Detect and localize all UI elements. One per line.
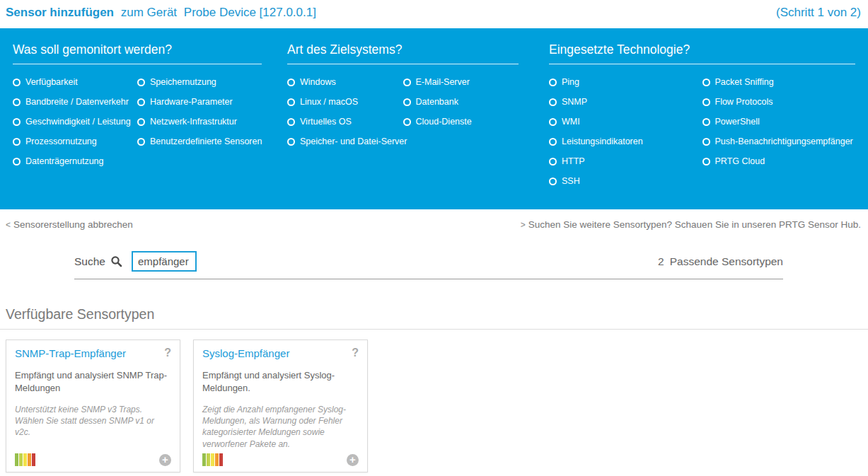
radio-option[interactable]: Push-Benachrichtigungsempfänger (702, 132, 856, 151)
radio-option[interactable]: SNMP (549, 92, 702, 112)
radio-label[interactable]: HTTP (562, 156, 585, 166)
radio-icon[interactable] (403, 79, 411, 86)
radio-icon[interactable] (403, 98, 411, 106)
cancel-link-label[interactable]: Sensorerstellung abbrechen (13, 219, 133, 230)
radio-label[interactable]: Benutzerdefinierte Sensoren (150, 137, 262, 146)
radio-option[interactable]: Virtuelles OS (287, 112, 403, 132)
radio-option[interactable]: WMI (549, 112, 702, 132)
filter-column-title: Was soll gemonitort werden? (13, 42, 262, 64)
radio-option[interactable]: E-Mail-Server (403, 72, 519, 92)
radio-option[interactable]: Cloud-Dienste (403, 112, 519, 132)
help-icon[interactable]: ? (352, 347, 359, 359)
radio-label[interactable]: Speichernutzung (150, 77, 216, 87)
radio-icon[interactable] (13, 158, 21, 166)
radio-label[interactable]: Verfügbarkeit (25, 77, 78, 87)
radio-icon[interactable] (13, 98, 21, 106)
radio-label[interactable]: PRTG Cloud (715, 156, 765, 166)
radio-icon[interactable] (287, 118, 295, 126)
radio-option[interactable]: Hardware-Parameter (137, 92, 262, 112)
radio-option[interactable]: Leistungsindikatoren (549, 132, 702, 151)
radio-label[interactable]: PowerShell (715, 117, 760, 127)
add-sensor-button[interactable]: + (347, 454, 359, 466)
radio-label[interactable]: Prozessornutzung (25, 137, 97, 146)
radio-icon[interactable] (287, 138, 295, 146)
radio-label[interactable]: E-Mail-Server (416, 77, 470, 87)
radio-icon[interactable] (702, 118, 710, 126)
radio-option[interactable]: Benutzerdefinierte Sensoren (137, 132, 262, 151)
radio-option[interactable]: Windows (287, 72, 403, 92)
radio-icon[interactable] (549, 138, 557, 146)
sensor-hub-link[interactable]: > Suchen Sie weitere Sensortypen? Schaue… (521, 219, 861, 230)
radio-icon[interactable] (13, 79, 21, 86)
radio-label[interactable]: Hardware-Parameter (150, 97, 233, 107)
chevron-left-icon: < (6, 220, 11, 230)
radio-option[interactable]: Netzwerk-Infrastruktur (137, 112, 262, 132)
radio-option[interactable]: Packet Sniffing (702, 72, 856, 92)
radio-icon[interactable] (702, 79, 710, 86)
radio-label[interactable]: Bandbreite / Datenverkehr (25, 97, 129, 107)
chevron-right-icon: > (521, 220, 526, 230)
device-link[interactable]: Probe Device [127.0.0.1] (184, 6, 316, 19)
radio-option[interactable]: Datenträgernutzung (13, 151, 137, 171)
section-title-available-sensors: Verfügbare Sensortypen (6, 306, 868, 323)
radio-icon[interactable] (287, 98, 295, 106)
radio-option[interactable]: Flow Protocols (702, 92, 856, 112)
sensor-card-syslog[interactable]: Syslog-Empfänger ? Empfängt und analysie… (193, 339, 368, 472)
add-sensor-button[interactable]: + (159, 454, 171, 466)
search-input[interactable] (132, 251, 197, 272)
radio-label[interactable]: SSH (562, 176, 580, 186)
radio-label[interactable]: Linux / macOS (300, 97, 358, 107)
radio-label[interactable]: Netzwerk-Infrastruktur (150, 117, 237, 127)
radio-icon[interactable] (549, 98, 557, 106)
radio-icon[interactable] (549, 118, 557, 126)
radio-option[interactable]: Linux / macOS (287, 92, 403, 112)
radio-option[interactable]: Verfügbarkeit (13, 72, 137, 92)
help-icon[interactable]: ? (164, 347, 171, 359)
radio-icon[interactable] (549, 178, 557, 185)
radio-label[interactable]: Packet Sniffing (715, 77, 774, 87)
radio-option[interactable]: Speicher- und Datei-Server (287, 132, 403, 151)
radio-icon[interactable] (13, 118, 21, 126)
radio-icon[interactable] (702, 158, 710, 166)
matching-sensor-count: 2Passende Sensortypen (658, 255, 783, 268)
radio-icon[interactable] (549, 79, 557, 86)
radio-label[interactable]: Speicher- und Datei-Server (300, 137, 407, 146)
radio-icon[interactable] (137, 79, 145, 86)
cancel-sensor-creation-link[interactable]: < Sensorerstellung abbrechen (6, 219, 133, 230)
radio-option[interactable]: Bandbreite / Datenverkehr (13, 92, 137, 112)
radio-option[interactable]: HTTP (549, 151, 702, 171)
radio-label[interactable]: SNMP (562, 97, 587, 107)
radio-icon[interactable] (702, 138, 710, 146)
radio-icon[interactable] (702, 98, 710, 106)
radio-option[interactable]: PRTG Cloud (702, 151, 856, 171)
radio-option[interactable]: Ping (549, 72, 702, 92)
radio-label[interactable]: WMI (562, 117, 580, 127)
radio-icon[interactable] (13, 138, 21, 146)
radio-option[interactable]: Datenbank (403, 92, 519, 112)
radio-icon[interactable] (287, 79, 295, 86)
radio-option[interactable]: Geschwindigkeit / Leistung (13, 112, 137, 132)
radio-label[interactable]: Datenbank (416, 97, 458, 107)
radio-label[interactable]: Datenträgernutzung (25, 156, 104, 166)
radio-icon[interactable] (137, 138, 145, 146)
radio-icon[interactable] (137, 118, 145, 126)
radio-option[interactable]: Speichernutzung (137, 72, 262, 92)
radio-label[interactable]: Push-Benachrichtigungsempfänger (715, 137, 853, 146)
radio-option[interactable]: SSH (549, 171, 702, 191)
breadcrumb: Sensor hinzufügen zum Gerät Probe Device… (6, 6, 316, 20)
radio-label[interactable]: Virtuelles OS (300, 117, 352, 127)
radio-label[interactable]: Ping (562, 77, 579, 87)
sensor-card-snmp-trap[interactable]: SNMP-Trap-Empfänger ? Empfängt und analy… (6, 339, 180, 472)
radio-label[interactable]: Flow Protocols (715, 97, 773, 107)
radio-option[interactable]: Prozessornutzung (13, 132, 137, 151)
radio-label[interactable]: Cloud-Dienste (416, 117, 472, 127)
sensor-hub-link-label[interactable]: Suchen Sie weitere Sensortypen? Schauen … (528, 219, 861, 230)
radio-label[interactable]: Geschwindigkeit / Leistung (25, 117, 131, 127)
radio-label[interactable]: Leistungsindikatoren (562, 137, 643, 146)
radio-icon[interactable] (549, 158, 557, 166)
radio-icon[interactable] (403, 118, 411, 126)
radio-label[interactable]: Windows (300, 77, 336, 87)
radio-option[interactable]: PowerShell (702, 112, 856, 132)
sensor-card-title: Syslog-Empfänger (202, 347, 359, 359)
radio-icon[interactable] (137, 98, 145, 106)
